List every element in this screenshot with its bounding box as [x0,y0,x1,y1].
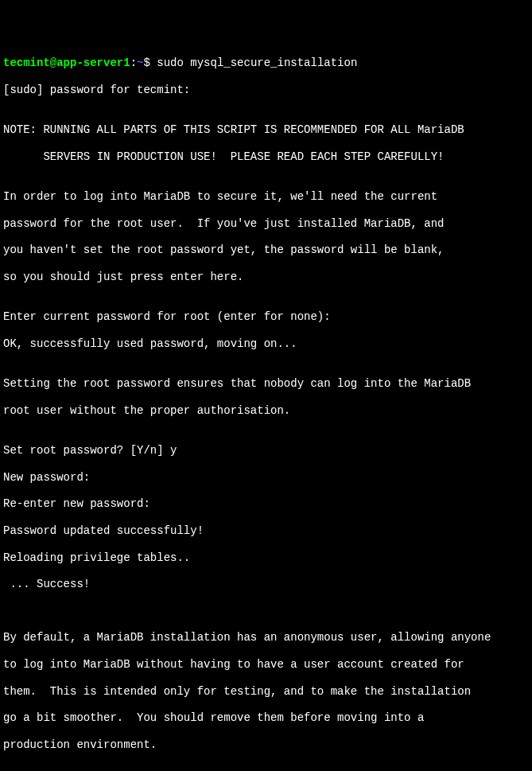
output-line: By default, a MariaDB installation has a… [3,631,529,644]
output-line: production environment. [3,738,529,752]
prompt-separator: : [130,56,137,69]
prompt-line[interactable]: tecmint@app-server1:~$ sudo mysql_secure… [3,56,529,70]
output-line: them. This is intended only for testing,… [3,685,529,699]
output-line: Re-enter new password: [3,497,529,511]
output-line: to log into MariaDB without having to ha… [3,658,529,672]
output-line: Setting the root password ensures that n… [3,377,529,391]
output-line: NOTE: RUNNING ALL PARTS OF THIS SCRIPT I… [3,123,529,137]
output-line: so you should just press enter here. [3,271,529,284]
output-line: Enter current password for root (enter f… [3,310,529,324]
output-line: Set root password? [Y/n] y [3,444,529,458]
command-text: sudo mysql_secure_installation [157,56,357,69]
output-line: ... Success! [3,578,529,591]
prompt-user: tecmint@app-server1 [3,56,130,69]
output-line: New password: [3,471,529,485]
prompt-symbol: $ [143,56,157,69]
output-line: password for the root user. If you've ju… [3,217,529,231]
output-line: Reloading privilege tables.. [3,551,529,565]
output-line: OK, successfully used password, moving o… [3,337,529,351]
output-line: you haven't set the root password yet, t… [3,243,529,257]
output-line: In order to log into MariaDB to secure i… [3,190,529,204]
output-line: [sudo] password for tecmint: [3,84,529,97]
output-line: SERVERS IN PRODUCTION USE! PLEASE READ E… [3,150,529,164]
output-line: go a bit smoother. You should remove the… [3,711,529,725]
output-line: Password updated successfully! [3,524,529,538]
output-line: root user without the proper authorisati… [3,404,529,418]
